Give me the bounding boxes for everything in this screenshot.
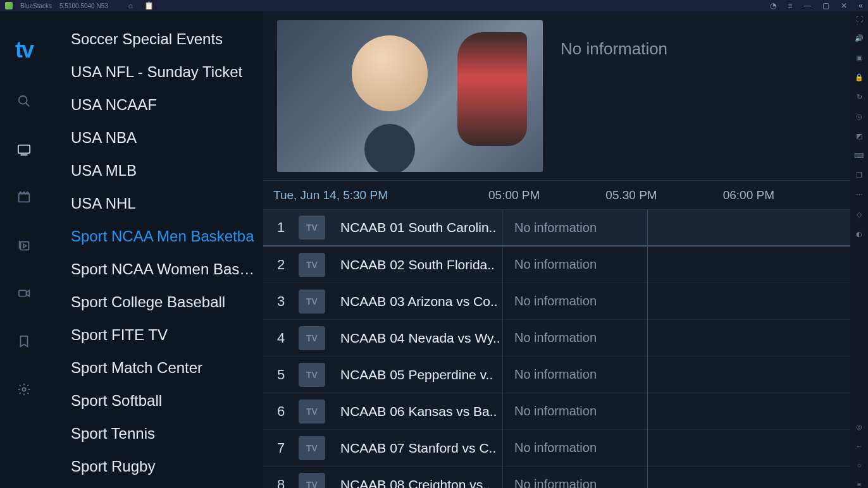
more-icon[interactable]: ⋯ — [856, 191, 863, 199]
channel-name: NCAAB 01 South Carolin.. — [340, 220, 502, 235]
channel-row[interactable]: 7TVNCAAB 07 Stanford vs C..No informatio… — [263, 430, 850, 467]
titlebar: BlueStacks 5.5100.5040 N53 ⌂ 📋 ◔ ≡ — ▢ ✕… — [0, 0, 868, 11]
channel-row[interactable]: 2TVNCAAB 02 South Florida..No informatio… — [263, 247, 850, 283]
channel-row[interactable]: 4TVNCAAB 04 Nevada vs Wy..No information — [263, 320, 850, 357]
channel-tv-icon: TV — [299, 473, 325, 489]
channel-number: 2 — [263, 257, 299, 273]
program-info: No information — [502, 357, 850, 393]
time-slot: 06:00 PM — [723, 188, 840, 202]
volume-icon[interactable]: 🔊 — [855, 34, 864, 42]
category-item[interactable]: Sport College Baseball — [71, 286, 263, 319]
svg-point-0 — [19, 96, 27, 104]
icon-sidebar: tv — [0, 11, 48, 488]
category-item[interactable]: USA NFL - Sunday Ticket — [71, 56, 263, 88]
channel-row[interactable]: 1TVNCAAB 01 South Carolin..No informatio… — [263, 210, 850, 247]
category-item[interactable]: Sport NCAA Women Basketb.. — [71, 253, 263, 286]
app-body: tv Soccer Special EventsUSA NFL - Sunday… — [0, 11, 868, 488]
search-icon[interactable] — [14, 91, 34, 111]
category-list: Soccer Special EventsUSA NFL - Sunday Ti… — [48, 11, 263, 488]
program-info: No information — [502, 467, 850, 488]
time-slot: 05.30 PM — [605, 188, 722, 202]
library-icon[interactable] — [14, 235, 34, 255]
clock-icon[interactable]: ◔ — [770, 1, 776, 10]
preview-info: No information — [543, 20, 667, 180]
app-name: BlueStacks — [20, 3, 52, 9]
svg-rect-7 — [19, 290, 27, 296]
channel-row[interactable]: 8TVNCAAB 08 Creighton vs..No information — [263, 467, 850, 488]
svg-line-1 — [26, 103, 30, 107]
home-nav-icon[interactable]: ○ — [857, 461, 862, 469]
settings-icon[interactable] — [14, 379, 34, 400]
layers-icon[interactable]: ❐ — [856, 171, 862, 180]
channel-tv-icon: TV — [299, 290, 325, 314]
channel-tv-icon: TV — [299, 363, 325, 387]
svg-rect-4 — [19, 194, 30, 202]
collapse-icon[interactable]: « — [859, 1, 863, 10]
keyboard-icon[interactable]: ⌨ — [854, 152, 864, 160]
category-item[interactable]: USA NHL — [71, 187, 263, 220]
close-icon[interactable]: ✕ — [841, 1, 847, 10]
channel-number: 4 — [263, 330, 299, 346]
category-item[interactable]: Sport FITE TV — [71, 319, 263, 351]
channel-row[interactable]: 5TVNCAAB 05 Pepperdine v..No information — [263, 357, 850, 393]
category-item[interactable]: USA NBA — [71, 121, 263, 154]
minimize-icon[interactable]: — — [803, 1, 811, 10]
menu-lines-icon[interactable]: ≡ — [788, 1, 792, 10]
tv-logo: tv — [15, 37, 33, 63]
category-item[interactable]: Soccer Special Events — [71, 23, 263, 56]
location-icon[interactable]: ◎ — [856, 113, 862, 121]
maximize-icon[interactable]: ▢ — [822, 1, 829, 10]
preview-video[interactable] — [277, 20, 543, 172]
channel-name: NCAAB 06 Kansas vs Ba.. — [340, 404, 502, 419]
channel-tv-icon: TV — [299, 326, 325, 350]
channel-number: 5 — [263, 367, 299, 383]
clipboard-icon[interactable]: 📋 — [144, 1, 154, 10]
category-item[interactable]: Sport NCAA Men Basketba — [71, 220, 263, 253]
channel-name: NCAAB 02 South Florida.. — [340, 257, 502, 272]
category-item[interactable]: Sport Softball — [71, 384, 263, 417]
rotate-icon[interactable]: ↻ — [857, 93, 862, 101]
bell-icon[interactable]: ◐ — [856, 230, 862, 238]
category-item[interactable]: USA MLB — [71, 154, 263, 187]
category-item[interactable]: USA NCAAF — [71, 88, 263, 121]
target-icon[interactable]: ◎ — [856, 423, 862, 431]
time-slot: 05:00 PM — [488, 188, 605, 202]
time-indicator-line — [647, 210, 648, 488]
lock-icon[interactable]: 🔒 — [855, 73, 864, 82]
channel-tv-icon: TV — [299, 253, 325, 277]
category-item[interactable]: Sport Rugby — [71, 450, 263, 483]
record-icon[interactable] — [14, 283, 34, 303]
program-info: No information — [502, 393, 850, 429]
back-icon[interactable]: ← — [856, 442, 863, 450]
category-item[interactable]: Sport Tennis — [71, 417, 263, 450]
program-info: No information — [502, 320, 850, 356]
home-icon[interactable]: ⌂ — [128, 1, 133, 10]
app-version: 5.5100.5040 N53 — [59, 3, 108, 9]
channel-row[interactable]: 3TVNCAAB 03 Arizona vs Co..No informatio… — [263, 283, 850, 320]
svg-marker-6 — [23, 244, 27, 248]
channel-tv-icon: TV — [299, 436, 325, 460]
channel-number: 1 — [263, 219, 299, 236]
channel-rows: 1TVNCAAB 01 South Carolin..No informatio… — [263, 210, 850, 488]
channel-name: NCAAB 08 Creighton vs.. — [340, 477, 502, 489]
category-item[interactable]: Sport Match Center — [71, 351, 263, 384]
program-info: No information — [502, 430, 850, 466]
movies-icon[interactable] — [14, 187, 34, 207]
tv-guide-icon[interactable] — [14, 139, 34, 159]
channel-tv-icon: TV — [299, 216, 325, 240]
screenshot-icon[interactable]: ◩ — [856, 132, 862, 140]
gamepad-icon[interactable]: ◇ — [857, 210, 862, 219]
channel-name: NCAAB 04 Nevada vs Wy.. — [340, 331, 502, 346]
channel-row[interactable]: 6TVNCAAB 06 Kansas vs Ba..No information — [263, 393, 850, 430]
fullscreen-icon[interactable]: ⛶ — [856, 15, 863, 23]
recent-icon[interactable]: ≡ — [857, 480, 861, 488]
main-content: No information Tue, Jun 14, 5:30 PM 05:0… — [263, 11, 850, 488]
channel-number: 8 — [263, 477, 299, 489]
play-box-icon[interactable]: ▣ — [856, 54, 862, 62]
svg-point-8 — [22, 387, 26, 391]
bluestacks-logo-icon — [5, 2, 13, 9]
category-item[interactable]: Sport Cricket — [71, 483, 263, 488]
svg-rect-2 — [18, 145, 30, 154]
bookmark-icon[interactable] — [14, 331, 34, 351]
program-info: No information — [502, 283, 850, 319]
